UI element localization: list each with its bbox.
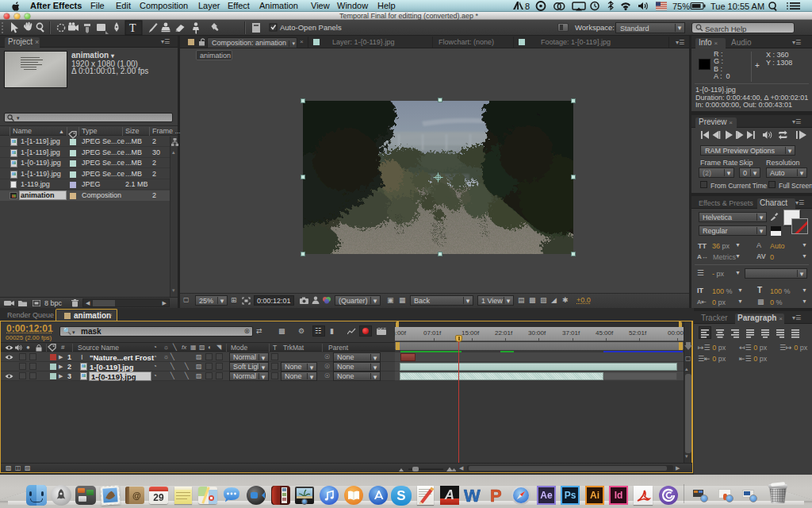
svg-text:Tue 10:55 AM: Tue 10:55 AM — [710, 2, 764, 11]
svg-text:75%: 75% — [672, 2, 690, 11]
svg-text:T: T — [129, 22, 136, 34]
svg-text:8: 8 — [525, 2, 530, 11]
svg-text:P: P — [490, 486, 502, 506]
svg-text:W: W — [464, 486, 481, 506]
